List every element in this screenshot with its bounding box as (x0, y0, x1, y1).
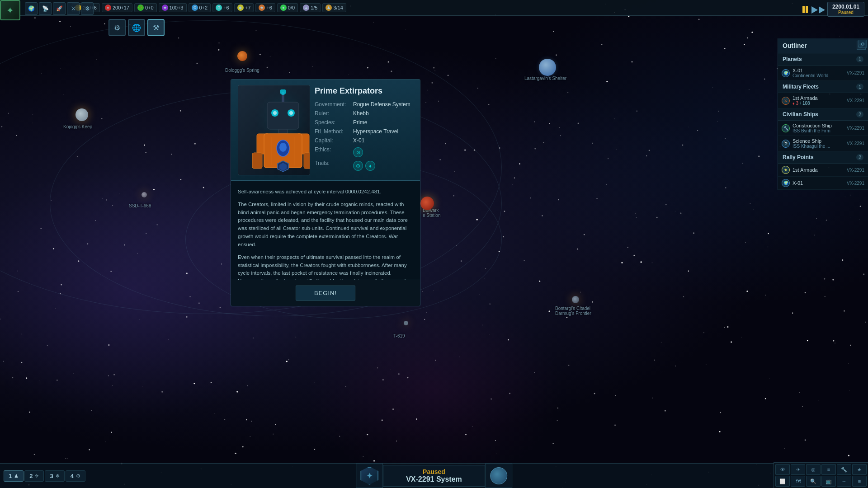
outliner-rally-x01[interactable]: 🌍 X-01 VX-2291 (778, 177, 868, 190)
dialog-footer: BEGIN! (231, 280, 420, 306)
brc-menu-btn[interactable]: ≡ (852, 476, 867, 487)
science-ship-icon: 🔭 (782, 140, 790, 148)
species-label: Species: (315, 119, 353, 126)
brc-eye-btn[interactable]: 👁 (775, 464, 790, 475)
planet-t619 (404, 321, 408, 325)
rally-armada-name: 1st Armada (793, 167, 844, 173)
speed-fast-btn[interactable] (819, 6, 825, 14)
system-emblem: ✦ (360, 467, 378, 485)
info-ftl: FtL Method: Hyperspace Travel (315, 128, 413, 135)
begin-button[interactable]: BEGIN! (296, 286, 355, 300)
brc-star-btn[interactable]: ★ (852, 464, 867, 475)
resource-minerals[interactable]: ♦ 200+17 (102, 3, 132, 12)
sec-btn-map[interactable]: 🌐 (128, 19, 145, 36)
unity-icon: ◆ (237, 5, 244, 11)
outliner-ship-science[interactable]: 🔭 Science Ship ISS Khaagul the ... VX-22… (778, 136, 868, 151)
brc-map-btn[interactable]: 🗺 (791, 476, 805, 487)
toolbar-tech[interactable]: ⚙ (81, 2, 94, 15)
influence-icon: ★ (259, 5, 265, 11)
civilian-section-title: Civilian Ships (783, 111, 818, 117)
planets-count: 1 (856, 56, 863, 62)
dialog-lore: Self-awareness was achieved at cycle int… (231, 181, 420, 280)
unity-value: +7 (245, 5, 251, 10)
pause-button[interactable] (802, 6, 808, 13)
empire-icon[interactable]: ✦ (0, 0, 20, 20)
outliner-rally-armada[interactable]: ★ 1st Armada VX-2291 (778, 164, 868, 177)
outliner-ship-construction[interactable]: 🔧 Construction Ship ISS Bynth the Firm V… (778, 121, 868, 136)
planet-kojogg (75, 108, 88, 121)
minerals-value: 200+17 (113, 5, 129, 10)
brc-display-btn[interactable]: 📺 (821, 476, 836, 487)
bottom-tab-1[interactable]: 1 ♟ (4, 470, 24, 482)
planet-ssd (142, 192, 147, 197)
info-traits: Traits: ⚙ ♦ (315, 160, 413, 171)
consumer-value: 100+3 (170, 5, 184, 10)
resource-alloys[interactable]: ⚙ 0+2 (189, 3, 211, 12)
svg-point-7 (289, 111, 293, 115)
bottom-tab-4[interactable]: 4 ⚙ (66, 470, 85, 482)
resource-pop[interactable]: ♟ 3/14 (322, 3, 346, 12)
brc-ship-btn[interactable]: ✈ (791, 464, 805, 475)
traits-icons: ⚙ ♦ (353, 161, 375, 171)
planet-x01-icon: 🌍 (782, 69, 790, 77)
lore-content: Self-awareness was achieved at cycle int… (238, 188, 413, 280)
brc-list-btn[interactable]: ≡ (821, 464, 836, 475)
outliner-section-military[interactable]: Military Fleets 1 (778, 81, 868, 93)
resource-food[interactable]: 🌿 0+0 (134, 3, 157, 12)
resource-housing[interactable]: ▲ 1/5 (300, 3, 321, 12)
science-ship-name: Science Ship (793, 138, 844, 144)
outliner-section-rally[interactable]: Rally Points 2 (778, 151, 868, 164)
system-name-display: Paused VX-2291 System (383, 465, 485, 487)
construction-ship-info: Construction Ship ISS Bynth the Firm (793, 123, 844, 133)
pop-value: 3/14 (333, 5, 343, 10)
svg-point-13 (279, 143, 287, 152)
planet-x01-name: X-01 (793, 68, 844, 73)
sec-btn-settings[interactable]: ⚙ (108, 19, 126, 36)
speed-forward-btn[interactable] (811, 6, 818, 14)
planet-bontargi (572, 296, 579, 303)
resource-amenities[interactable]: ● 0/0 (277, 3, 298, 12)
dialog-title: Prime Extirpators (315, 86, 413, 96)
toolbar-planets[interactable]: 🌍 (25, 2, 38, 15)
military-section-title: Military Fleets (783, 84, 819, 90)
ftl-label: FtL Method: (315, 128, 353, 135)
system-icon-left: ✦ (356, 463, 383, 488)
outliner-section-civilian[interactable]: Civilian Ships 2 (778, 108, 868, 121)
svg-rect-18 (252, 153, 262, 169)
rally-x01-name: X-01 (793, 180, 844, 186)
outliner-fleet-armada[interactable]: ⚔ 1st Armada ♦ 3 / 108 VX-2291 (778, 93, 868, 108)
bottom-tab-3[interactable]: 3 ❄ (45, 470, 64, 482)
bottom-tab-2[interactable]: 2 ✈ (24, 470, 44, 482)
brc-expand-btn[interactable]: ↔ (837, 476, 851, 487)
brc-tool-btn[interactable]: 🔧 (837, 464, 851, 475)
resource-science[interactable]: ⚗ +6 (212, 3, 232, 12)
tab3-icon: ❄ (56, 473, 60, 479)
planets-section-title: Planets (783, 56, 802, 62)
date-paused: Paused (832, 10, 859, 15)
rally-armada-loc: VX-2291 (847, 168, 864, 173)
outliner-section-planets[interactable]: Planets 1 (778, 53, 868, 66)
construction-ship-sub: ISS Bynth the Firm (793, 128, 844, 133)
outliner-planet-x01[interactable]: 🌍 X-01 Continental World VX-2291 (778, 66, 868, 81)
strength-val: 3 (796, 101, 799, 106)
outliner-panel: Outliner ⚙ Planets 1 🌍 X-01 Continental … (778, 38, 868, 190)
sec-btn-build[interactable]: ⚒ (147, 19, 165, 36)
resource-consumer[interactable]: ★ 100+3 (159, 3, 187, 12)
top-right-controls: 2200.01.01 Paused (799, 0, 868, 19)
rally-section-title: Rally Points (783, 154, 814, 160)
brc-square-btn[interactable]: ⬜ (775, 476, 790, 487)
brc-zoom-btn[interactable]: 🔍 (806, 476, 821, 487)
science-ship-sub: ISS Khaagul the ... (793, 144, 844, 149)
science-ship-info: Science Ship ISS Khaagul the ... (793, 138, 844, 149)
outliner-gear-icon[interactable]: ⚙ (859, 40, 867, 48)
govt-value: Rogue Defense System (353, 101, 410, 108)
tab4-num: 4 (71, 473, 74, 479)
resource-unity[interactable]: ◆ +7 (234, 3, 254, 12)
brc-target-btn[interactable]: ◎ (806, 464, 821, 475)
toolbar-map[interactable]: 📡 (39, 2, 52, 15)
toolbar-military[interactable]: ⚔ (67, 2, 80, 15)
info-ruler: Ruler: Khebb (315, 110, 413, 117)
toolbar-ships[interactable]: 🚀 (53, 2, 66, 15)
resource-influence[interactable]: ★ +6 (255, 3, 275, 12)
housing-icon: ▲ (303, 5, 309, 11)
